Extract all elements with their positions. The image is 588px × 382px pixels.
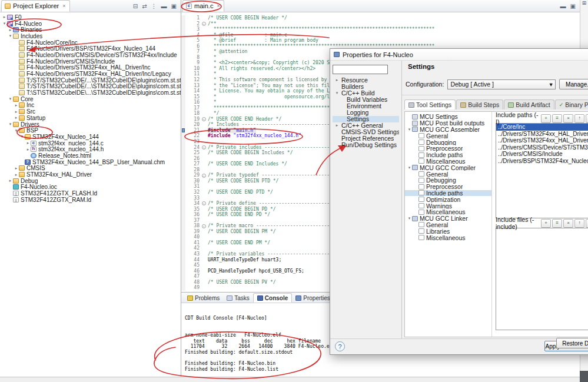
editor-tab-main-c[interactable]: main.c × bbox=[182, 0, 224, 12]
tree-item-include-paths[interactable]: Include paths bbox=[405, 190, 491, 197]
expander-closed-icon[interactable]: ▸ bbox=[14, 166, 19, 171]
tree-item-libraries[interactable]: Libraries bbox=[405, 228, 491, 234]
tree-item-mcu-gcc-linker[interactable]: ▾MCU GCC Linker bbox=[405, 215, 491, 222]
expander-open-icon[interactable]: ▾ bbox=[407, 216, 412, 221]
tree-item-stm32f4xx-nucleo-144[interactable]: ▾STM32F4xx_Nucleo_144 bbox=[0, 134, 181, 140]
expander-closed-icon[interactable]: ▸ bbox=[334, 123, 340, 128]
minimize-icon[interactable]: ▬ bbox=[161, 3, 167, 9]
expander-closed-icon[interactable]: ▸ bbox=[334, 78, 340, 82]
delete-icon[interactable]: × bbox=[563, 114, 573, 123]
tree-item-c-c-build[interactable]: ▾C/C++ Build bbox=[333, 90, 399, 97]
tree-item-stm32f412zgtx-flash-ld[interactable]: STM32F412ZGTX_FLASH.ld bbox=[0, 190, 181, 197]
filter-input[interactable] bbox=[333, 65, 388, 74]
dialog-tab-build-artifact[interactable]: Build Artifact bbox=[504, 99, 554, 109]
help-button[interactable]: ? bbox=[335, 341, 345, 351]
expander-open-icon[interactable]: ▾ bbox=[334, 91, 340, 95]
expander-open-icon[interactable]: ▾ bbox=[8, 122, 13, 127]
tree-item-f4-nucleo-drivers-stm32f4xx-hal-driver-i[interactable]: F4-Nucleo/Drivers/STM32F4xx_HAL_Driver/I… bbox=[0, 65, 181, 71]
tree-item-stm32f4xx-nucleo-144-c[interactable]: ▸stm32f4xx_nucleo_144.c bbox=[0, 140, 181, 147]
tree-item-run-debug-settings[interactable]: Run/Debug Settings bbox=[333, 142, 399, 148]
tree-item-t-st-stm32cubeide-stm32cubeide-plugins-c[interactable]: T:\ST\STM32CubeIDE\...\STM32CubeIDE\plug… bbox=[0, 89, 181, 96]
include-path-item[interactable]: ../Drivers/STM32F4xx_HAL_Driver/Inc/Lega… bbox=[496, 137, 588, 144]
dialog-tab-tool-settings[interactable]: Tool Settings bbox=[404, 99, 456, 109]
configuration-select[interactable]: Debug [ Active ] ▾ bbox=[447, 79, 555, 89]
tree-item-f4-nucleo-drivers-cmsis-device-st-stm32f[interactable]: F4-Nucleo/Drivers/CMSIS/Device/ST/STM32F… bbox=[0, 52, 181, 58]
console-tab-problems[interactable]: Problems bbox=[184, 293, 223, 303]
maximize-icon[interactable]: ▣ bbox=[570, 3, 576, 9]
expander-open-icon[interactable]: ▾ bbox=[14, 128, 19, 133]
fold-minus-icon[interactable]: − bbox=[202, 201, 206, 205]
expander-open-icon[interactable]: ▾ bbox=[8, 97, 13, 101]
tree-item-preprocessor[interactable]: Preprocessor bbox=[405, 184, 491, 190]
tree-item-f4-nucleo-core-inc[interactable]: F4-Nucleo/Core/Inc bbox=[0, 39, 181, 46]
expander-closed-icon[interactable]: ▸ bbox=[25, 141, 31, 145]
move-down-icon[interactable]: ↓ bbox=[586, 219, 588, 228]
expander-open-icon[interactable]: ▾ bbox=[19, 134, 25, 139]
tree-item-debug[interactable]: ▸Debug bbox=[0, 178, 181, 184]
tree-item-mcu-settings[interactable]: MCU Settings bbox=[405, 114, 491, 120]
code-line[interactable]: 2−/** bbox=[181, 21, 580, 27]
tree-item-stm32f4xx-nucleo-144-h[interactable]: ▸stm32f4xx_nucleo_144.h bbox=[0, 146, 181, 152]
tree-item-inc[interactable]: ▸Inc bbox=[0, 102, 181, 109]
expander-open-icon[interactable]: ▾ bbox=[8, 34, 13, 38]
collapse-all-icon[interactable]: ⊟ bbox=[133, 3, 138, 9]
tree-item-core[interactable]: ▾Core bbox=[0, 96, 181, 102]
tree-item-general[interactable]: General bbox=[405, 132, 491, 139]
expander-closed-icon[interactable]: ▸ bbox=[8, 178, 13, 183]
tree-item-f4-nucleo-drivers-stm32f4xx-hal-driver-i[interactable]: F4-Nucleo/Drivers/STM32F4xx_HAL_Driver/I… bbox=[0, 71, 181, 77]
fold-minus-icon[interactable]: − bbox=[202, 174, 206, 178]
tree-item-mcu-gcc-compiler[interactable]: ▾MCU GCC Compiler bbox=[405, 164, 491, 171]
link-editor-icon[interactable]: ⇄ bbox=[142, 3, 147, 9]
close-icon[interactable]: × bbox=[62, 3, 65, 9]
tree-item-general[interactable]: General bbox=[405, 171, 491, 177]
move-down-icon[interactable]: ↓ bbox=[586, 114, 588, 123]
tree-item-src[interactable]: ▸Src bbox=[0, 108, 181, 115]
include-path-item[interactable]: ../Drivers/STM32F4xx_HAL_Driver/Inc bbox=[496, 131, 588, 138]
fold-collapse-icon[interactable]: − bbox=[201, 145, 207, 151]
tree-item-settings[interactable]: Settings bbox=[333, 116, 399, 122]
tree-item-cmsis[interactable]: ▸CMSIS bbox=[0, 165, 181, 172]
view-menu-icon[interactable]: ⋮ bbox=[151, 3, 157, 9]
minimize-icon[interactable]: ▬ bbox=[560, 3, 566, 9]
expander-closed-icon[interactable]: ▸ bbox=[14, 109, 19, 114]
expander-closed-icon[interactable]: ▸ bbox=[14, 115, 19, 120]
tree-item-miscellaneous[interactable]: Miscellaneous bbox=[405, 158, 491, 165]
fold-minus-icon[interactable]: − bbox=[202, 22, 206, 26]
manage-button[interactable]: Manage... bbox=[559, 79, 588, 89]
tree-item-f4-nucleo[interactable]: ▾F4-Nucleo bbox=[0, 21, 181, 27]
code-line[interactable]: 3 **************************************… bbox=[181, 26, 580, 32]
expander-open-icon[interactable]: ▾ bbox=[2, 21, 7, 26]
include-path-item[interactable]: ../Drivers/BSP\STM32F4xx_Nucleo_144 bbox=[496, 158, 588, 165]
expander-open-icon[interactable]: ▾ bbox=[407, 127, 412, 132]
tree-item-t-st-stm32cubeide-stm32cubeide-plugins-c[interactable]: T:/ST/STM32CubeIDE/...\STM32CubeIDE\plug… bbox=[0, 84, 181, 90]
fold-collapse-icon[interactable]: − bbox=[201, 117, 207, 122]
expander-closed-icon[interactable]: ▸ bbox=[8, 28, 13, 32]
restore-defaults-button[interactable]: Restore Defaults bbox=[556, 338, 588, 348]
dialog-tab-binary-parsers[interactable]: ✓Binary Parsers bbox=[555, 99, 588, 109]
tree-item-build-variables[interactable]: Build Variables bbox=[333, 97, 399, 103]
fold-collapse-icon[interactable]: − bbox=[201, 223, 207, 229]
include-path-item[interactable]: ../Drivers/CMSIS/Include bbox=[496, 151, 588, 158]
restore-editor-icon[interactable]: ⊞ bbox=[582, 0, 587, 6]
fold-collapse-icon[interactable]: − bbox=[201, 201, 207, 207]
tree-item-f4-nucleo-drivers-cmsis-include[interactable]: F4-Nucleo/Drivers/CMSIS/Include bbox=[0, 58, 181, 65]
console-tab-tasks[interactable]: Tasks bbox=[223, 293, 253, 303]
expander-closed-icon[interactable]: ▸ bbox=[25, 147, 31, 152]
tree-item-binaries[interactable]: ▸Binaries bbox=[0, 26, 181, 33]
project-explorer-tab[interactable]: Project Explorer × bbox=[1, 0, 70, 12]
tree-item-drivers[interactable]: ▾Drivers bbox=[0, 121, 181, 128]
tree-item-miscellaneous[interactable]: Miscellaneous bbox=[405, 234, 491, 241]
tree-item-cmsis-svd-settings[interactable]: CMSIS-SVD Settings bbox=[333, 129, 399, 135]
include-path-item[interactable]: ../Core/Inc bbox=[496, 124, 588, 131]
move-up-icon[interactable]: ↑ bbox=[574, 114, 584, 123]
tree-item-f0[interactable]: ▸F0 bbox=[0, 14, 181, 21]
maximize-icon[interactable]: ▣ bbox=[171, 3, 177, 9]
tree-item-c-c-general[interactable]: ▸C/C++ General bbox=[333, 122, 399, 129]
tree-item-stm32f4xx-hal-driver[interactable]: ▸STM32F4xx_HAL_Driver bbox=[0, 171, 181, 178]
close-icon[interactable]: × bbox=[217, 3, 220, 9]
expander-closed-icon[interactable]: ▸ bbox=[14, 172, 19, 177]
code-line[interactable]: 4 * @file : main.c bbox=[181, 32, 580, 38]
tree-item-preprocessor[interactable]: Preprocessor bbox=[405, 145, 491, 152]
tree-item-warnings[interactable]: Warnings bbox=[405, 202, 491, 209]
console-tab-console[interactable]: Console bbox=[253, 293, 292, 303]
